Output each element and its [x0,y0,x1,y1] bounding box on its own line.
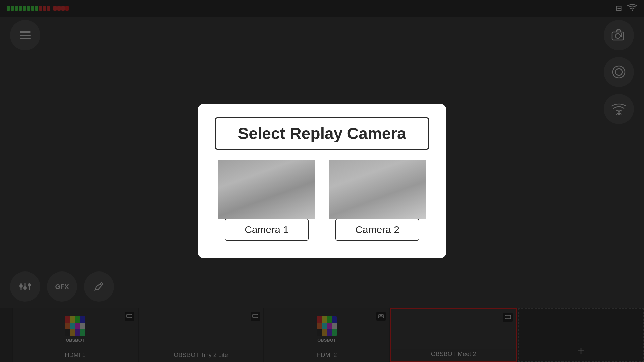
cameras-row: Camera 1 Camera 2 [215,160,429,241]
camera2-item: Camera 2 [329,160,426,241]
modal-overlay: Select Replay Camera Camera 1 Camera 2 [0,0,644,362]
camera1-preview [218,160,315,219]
camera2-preview [329,160,426,219]
select-replay-camera-modal: Select Replay Camera Camera 1 Camera 2 [198,104,446,258]
modal-title-box: Select Replay Camera [215,117,429,150]
modal-title: Select Replay Camera [238,125,406,142]
camera2-button[interactable]: Camera 2 [335,219,419,241]
camera1-item: Camera 1 [218,160,315,241]
camera1-button[interactable]: Camera 1 [225,219,309,241]
